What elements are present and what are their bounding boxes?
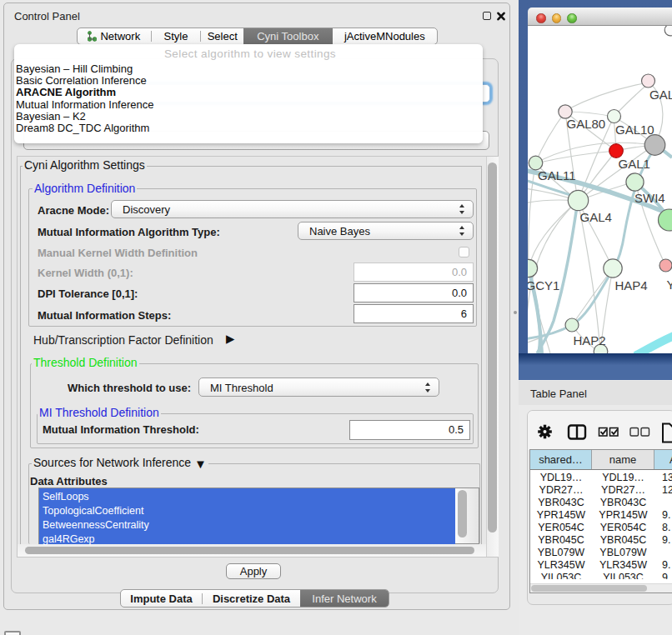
svg-text:GAL: GAL	[649, 88, 672, 102]
svg-text:HAP2: HAP2	[574, 333, 606, 348]
svg-text:GAL1: GAL1	[619, 157, 650, 171]
svg-text:GAL80: GAL80	[567, 117, 606, 131]
svg-text:HAP4: HAP4	[615, 278, 648, 292]
svg-text:SWI4: SWI4	[634, 191, 665, 205]
svg-text:Y: Y	[667, 278, 672, 292]
svg-text:GCY1: GCY1	[528, 278, 559, 292]
svg-text:GAL11: GAL11	[538, 168, 576, 182]
svg-text:GAL4: GAL4	[580, 210, 612, 224]
svg-text:GAL10: GAL10	[615, 122, 654, 137]
